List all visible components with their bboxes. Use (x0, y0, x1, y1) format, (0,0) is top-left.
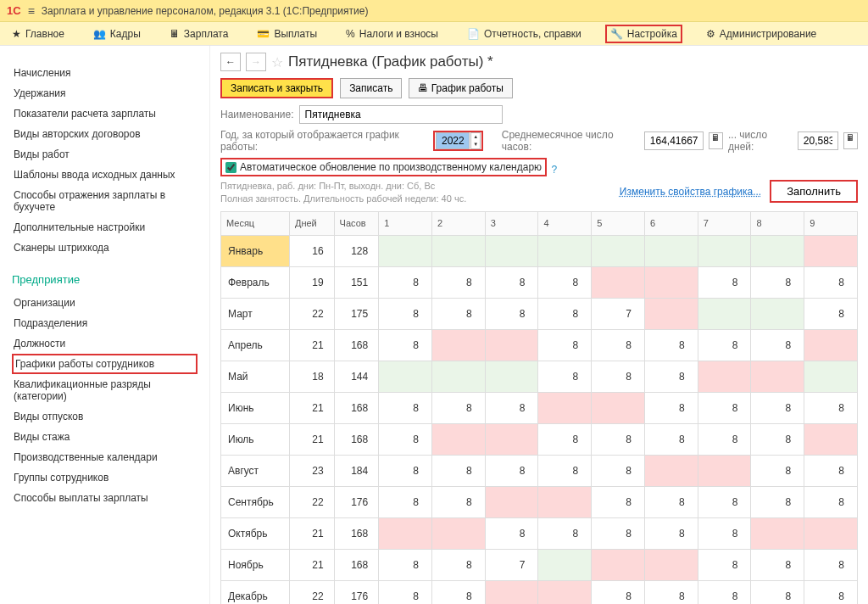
day-cell[interactable]: 8 (592, 517, 645, 549)
day-cell[interactable] (804, 423, 858, 455)
day-cell[interactable] (592, 392, 645, 423)
sidebar-item[interactable]: Виды отпусков (12, 406, 198, 427)
day-cell[interactable]: 8 (804, 580, 858, 604)
day-cell[interactable]: 8 (751, 329, 804, 361)
day-cell[interactable] (538, 392, 592, 423)
day-cell[interactable] (538, 486, 592, 517)
days-cell[interactable]: 22 (289, 580, 334, 604)
grid-row[interactable]: Декабрь221768888888 (221, 580, 858, 604)
day-cell[interactable]: 8 (431, 455, 485, 486)
day-cell[interactable] (804, 361, 858, 392)
day-cell[interactable]: 8 (538, 423, 592, 455)
day-cell[interactable]: 8 (592, 580, 645, 604)
days-cell[interactable]: 18 (289, 361, 334, 392)
day-cell[interactable]: 8 (485, 392, 538, 423)
sidebar-item[interactable]: Должности (12, 333, 198, 354)
day-cell[interactable]: 8 (644, 517, 698, 549)
day-cell[interactable]: 8 (698, 517, 751, 549)
day-cell[interactable]: 8 (644, 392, 698, 423)
day-cell[interactable] (698, 298, 751, 329)
year-spinner[interactable]: ▲▼ (470, 132, 481, 149)
grid-row[interactable]: Март22175888878 (221, 298, 858, 329)
menu-main[interactable]: ★Главное (7, 25, 70, 43)
grid-header[interactable]: 2 (431, 211, 485, 235)
menu-payments[interactable]: 💳Выплаты (252, 25, 322, 43)
save-button[interactable]: Записать (340, 78, 402, 98)
day-cell[interactable] (592, 266, 645, 298)
day-cell[interactable]: 8 (379, 580, 432, 604)
day-cell[interactable]: 8 (538, 266, 592, 298)
day-cell[interactable]: 8 (804, 392, 858, 423)
day-cell[interactable] (538, 235, 592, 266)
sidebar-item[interactable]: Производственные календари (12, 447, 198, 467)
day-cell[interactable]: 8 (485, 266, 538, 298)
month-cell[interactable]: Май (221, 361, 290, 392)
day-cell[interactable] (485, 235, 538, 266)
sidebar-item[interactable]: Виды стажа (12, 427, 198, 447)
month-cell[interactable]: Август (221, 455, 290, 486)
month-cell[interactable]: Ноябрь (221, 549, 290, 580)
day-cell[interactable]: 8 (644, 580, 698, 604)
day-cell[interactable]: 8 (698, 392, 751, 423)
day-cell[interactable] (431, 517, 485, 549)
avg-hours-input[interactable] (644, 131, 704, 150)
day-cell[interactable]: 8 (751, 423, 804, 455)
day-cell[interactable]: 8 (379, 486, 432, 517)
day-cell[interactable] (698, 455, 751, 486)
avg-days-input[interactable] (798, 131, 838, 150)
day-cell[interactable] (698, 235, 751, 266)
day-cell[interactable]: 8 (538, 361, 592, 392)
name-input[interactable] (299, 105, 503, 124)
save-and-close-button[interactable]: Записать и закрыть (220, 78, 333, 98)
day-cell[interactable]: 8 (592, 455, 645, 486)
day-cell[interactable]: 8 (698, 549, 751, 580)
day-cell[interactable] (485, 329, 538, 361)
grid-row[interactable]: Ноябрь21168887888 (221, 549, 858, 580)
day-cell[interactable] (644, 235, 698, 266)
month-cell[interactable]: Декабрь (221, 580, 290, 604)
day-cell[interactable]: 8 (804, 549, 858, 580)
sidebar-item[interactable]: Показатели расчета зарплаты (12, 103, 198, 124)
month-cell[interactable]: Март (221, 298, 290, 329)
schedule-button[interactable]: 🖶 График работы (409, 78, 512, 98)
day-cell[interactable] (485, 580, 538, 604)
day-cell[interactable]: 8 (751, 455, 804, 486)
day-cell[interactable]: 8 (592, 486, 645, 517)
hours-cell[interactable]: 168 (334, 329, 379, 361)
days-cell[interactable]: 21 (289, 549, 334, 580)
hours-cell[interactable]: 151 (334, 266, 379, 298)
day-cell[interactable]: 8 (592, 329, 645, 361)
sidebar-item[interactable]: Способы отражения зарплаты в бухучете (12, 185, 198, 217)
day-cell[interactable] (431, 235, 485, 266)
month-cell[interactable]: Январь (221, 235, 290, 266)
day-cell[interactable]: 8 (751, 580, 804, 604)
day-cell[interactable]: 8 (431, 392, 485, 423)
day-cell[interactable]: 8 (698, 266, 751, 298)
sidebar-item[interactable]: Квалификационные разряды (категории) (12, 374, 198, 406)
day-cell[interactable] (379, 517, 432, 549)
hours-cell[interactable]: 168 (334, 423, 379, 455)
schedule-grid[interactable]: МесяцДнейЧасов123456789 Январь16128Февра… (220, 211, 858, 604)
days-cell[interactable]: 21 (289, 329, 334, 361)
sidebar-item[interactable]: Организации (12, 293, 198, 313)
grid-header[interactable]: Месяц (221, 211, 290, 235)
hours-cell[interactable]: 184 (334, 455, 379, 486)
grid-row[interactable]: Май18144888 (221, 361, 858, 392)
day-cell[interactable]: 8 (538, 517, 592, 549)
sidebar-item[interactable]: Графики работы сотрудников (12, 354, 198, 374)
day-cell[interactable]: 8 (804, 266, 858, 298)
days-cell[interactable]: 21 (289, 392, 334, 423)
grid-row[interactable]: Июль21168888888 (221, 423, 858, 455)
day-cell[interactable]: 8 (751, 266, 804, 298)
day-cell[interactable] (804, 329, 858, 361)
day-cell[interactable]: 8 (804, 486, 858, 517)
day-cell[interactable]: 8 (644, 329, 698, 361)
day-cell[interactable]: 8 (804, 298, 858, 329)
sidebar-item[interactable]: Удержания (12, 83, 198, 103)
day-cell[interactable] (485, 361, 538, 392)
hours-cell[interactable]: 128 (334, 235, 379, 266)
sidebar-item[interactable]: Виды работ (12, 144, 198, 165)
avg-hours-calc-button[interactable]: 🖩 (709, 132, 723, 149)
month-cell[interactable]: Июнь (221, 392, 290, 423)
day-cell[interactable]: 8 (751, 549, 804, 580)
